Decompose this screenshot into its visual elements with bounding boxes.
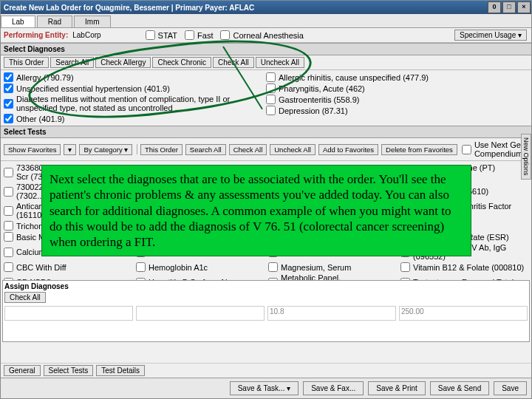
- close-button[interactable]: ×: [517, 1, 531, 13]
- dx-toolbar: This Order Search All Check Allergy Chec…: [1, 55, 531, 70]
- assign-check-all-button[interactable]: Check All: [4, 292, 46, 303]
- dx-check-chronic-button[interactable]: Check Chronic: [152, 57, 211, 68]
- dx-item[interactable]: Pharyngitis, Acute (462): [266, 83, 528, 94]
- dx-check-all-button[interactable]: Check All: [213, 57, 254, 68]
- dx-this-order-button[interactable]: This Order: [4, 57, 49, 68]
- test-item[interactable]: CBC With Diff: [4, 262, 132, 273]
- dx-item[interactable]: Other (401.9): [4, 113, 266, 124]
- footer-buttons: Save & Task... ▾ Save & Fax... Save & Pr…: [1, 378, 531, 398]
- test-item[interactable]: Hemoglobin A1c: [136, 262, 264, 273]
- save-and-task-button[interactable]: Save & Task... ▾: [230, 381, 299, 395]
- dx-item[interactable]: Gastroenteritis (558.9): [266, 94, 528, 105]
- dx-item[interactable]: Unspecified essential hypertension (401.…: [4, 83, 266, 94]
- dx-item[interactable]: Diabetes mellitus without mention of com…: [4, 94, 266, 113]
- order-type-tabs: Lab Rad Imm: [1, 14, 531, 28]
- window-title: Create New Lab Order for Quagmire, Besse…: [4, 4, 254, 12]
- assign-diagnoses-panel: Assign Diagnoses Check All 10.8 250.00: [2, 280, 530, 342]
- minimize-button[interactable]: 0: [488, 1, 501, 13]
- assign-cell[interactable]: 10.8: [267, 306, 396, 321]
- show-favorites-button[interactable]: Show Favorites: [4, 144, 61, 155]
- save-and-print-button[interactable]: Save & Print: [368, 381, 426, 395]
- save-button[interactable]: Save: [494, 381, 527, 395]
- performing-entity-row: Performing Entity: LabCorp STAT Fast Cor…: [1, 28, 531, 43]
- assign-cell[interactable]: [136, 306, 265, 321]
- performing-entity-value[interactable]: LabCorp: [72, 31, 100, 39]
- tab-test-details[interactable]: Test Details: [96, 365, 145, 376]
- save-and-fax-button[interactable]: Save & Fax...: [303, 381, 364, 395]
- fast-checkbox[interactable]: Fast: [185, 30, 213, 41]
- dx-search-all-button[interactable]: Search All: [50, 57, 94, 68]
- tab-general[interactable]: General: [4, 365, 41, 376]
- tests-search-all-button[interactable]: Search All: [185, 144, 226, 155]
- instruction-overlay: Next select the diagnoses that are to be…: [41, 165, 471, 256]
- delete-favorites-button[interactable]: Delete from Favorites: [381, 144, 457, 155]
- tab-select-tests[interactable]: Select Tests: [44, 365, 94, 376]
- favorites-dropdown-icon[interactable]: ▾: [64, 144, 76, 155]
- save-and-send-button[interactable]: Save & Send: [430, 381, 489, 395]
- assign-diagnoses-header: Assign Diagnoses: [4, 282, 528, 290]
- assign-cell[interactable]: 250.00: [399, 306, 528, 321]
- tests-uncheck-all-button[interactable]: Uncheck All: [270, 144, 316, 155]
- title-bar: Create New Lab Order for Quagmire, Besse…: [1, 1, 531, 14]
- side-tab-new-options[interactable]: New Options: [521, 134, 531, 180]
- tests-check-all-button[interactable]: Check All: [229, 144, 267, 155]
- by-category-dropdown[interactable]: By Category ▾: [79, 144, 132, 155]
- tab-rad[interactable]: Rad: [37, 16, 72, 27]
- dx-uncheck-all-button[interactable]: Uncheck All: [256, 57, 304, 68]
- add-favorites-button[interactable]: Add to Favorites: [318, 144, 378, 155]
- corneal-checkbox[interactable]: Corneal Anesthesia: [220, 30, 303, 41]
- bottom-tabs: General Select Tests Test Details: [1, 363, 531, 378]
- dx-item[interactable]: Allergy (790.79): [4, 72, 266, 83]
- diagnosis-list-area: Allergy (790.79) Unspecified essential h…: [1, 70, 531, 126]
- dx-item[interactable]: Allergic rhinitis, cause unspecified (47…: [266, 72, 528, 83]
- tab-lab[interactable]: Lab: [1, 16, 35, 27]
- assign-cell[interactable]: [4, 306, 133, 321]
- select-tests-header: Select Tests: [1, 126, 531, 138]
- tab-imm[interactable]: Imm: [74, 16, 110, 27]
- test-item[interactable]: Vitamin B12 & Folate (000810): [400, 262, 528, 273]
- tests-this-order-button[interactable]: This Order: [140, 144, 183, 155]
- stat-checkbox[interactable]: STAT: [146, 30, 177, 41]
- select-diagnoses-header: Select Diagnoses: [1, 43, 531, 55]
- dx-check-allergy-button[interactable]: Check Allergy: [95, 57, 151, 68]
- specimen-usage-dropdown[interactable]: Specimen Usage ▾: [454, 30, 527, 41]
- performing-entity-label: Performing Entity:: [4, 31, 68, 39]
- use-nextgen-compendium-checkbox[interactable]: Use Next Gen Compendium: [462, 140, 528, 159]
- instruction-text: Next select the diagnoses that are to be…: [50, 172, 451, 249]
- tests-toolbar: Show Favorites ▾ By Category ▾ This Orde…: [1, 138, 531, 161]
- test-item[interactable]: Magnesium, Serum: [268, 262, 396, 273]
- maximize-button[interactable]: □: [502, 1, 516, 13]
- dx-item[interactable]: Depression (87.31): [266, 105, 528, 116]
